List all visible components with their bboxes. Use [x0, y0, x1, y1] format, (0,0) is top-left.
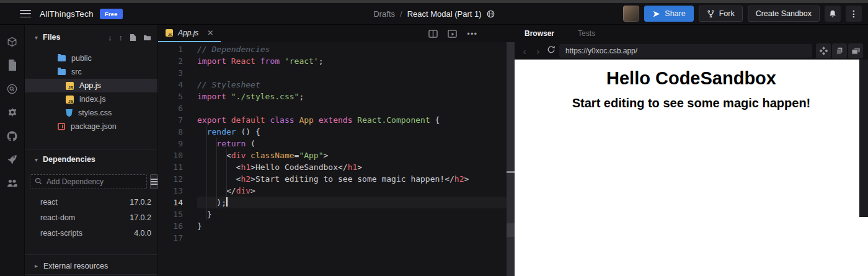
code-editor: App.js ✕ ••• 1234567891011121314151617 /…	[158, 25, 515, 276]
rail-search[interactable]	[0, 77, 24, 100]
dependency-list: react 17.0.2 react-dom 17.0.2 react-scri…	[25, 194, 157, 241]
rail-project-info[interactable]	[0, 30, 24, 53]
folder-icon	[58, 55, 66, 61]
js-file-icon	[66, 96, 74, 104]
editor-more-icon[interactable]: •••	[467, 29, 477, 38]
breadcrumb-parent[interactable]: Drafts	[373, 9, 395, 19]
refresh-button[interactable]	[547, 45, 556, 56]
external-resources-header[interactable]: ▸ External resources	[25, 257, 157, 275]
rail-settings[interactable]	[0, 100, 24, 124]
css-file-icon	[66, 109, 73, 117]
menu-icon[interactable]	[20, 10, 31, 17]
dependency-name: react	[40, 198, 58, 207]
workspace-name[interactable]: AllThingsTech	[40, 9, 94, 19]
js-file-icon	[66, 82, 74, 90]
tree-item-src[interactable]: src	[25, 65, 157, 79]
search-icon	[6, 83, 18, 95]
file-icon	[7, 60, 17, 71]
dependency-version: 4.0.0	[134, 229, 151, 238]
public-globe-icon	[487, 10, 495, 18]
files-section-header[interactable]: ▾ Files ↓ ↑	[25, 30, 157, 45]
open-preview-icon[interactable]	[448, 30, 457, 38]
indent-guide	[206, 126, 207, 220]
add-dependency-row	[30, 174, 153, 189]
upload-icon[interactable]: ↑	[119, 33, 123, 42]
copy-url-button[interactable]	[832, 43, 847, 58]
users-icon	[6, 177, 18, 189]
editor-scrollbar[interactable]	[507, 42, 515, 276]
tree-item-public[interactable]: public	[25, 51, 157, 65]
tab-browser[interactable]: Browser	[525, 29, 554, 38]
rocket-icon	[7, 154, 18, 165]
js-file-icon	[166, 29, 173, 37]
dependency-row[interactable]: react-scripts 4.0.0	[25, 225, 157, 241]
copy-icon	[835, 47, 844, 55]
back-icon[interactable]: ‹	[520, 47, 529, 56]
diamonds-icon	[819, 47, 828, 55]
dependency-name: react-dom	[40, 213, 75, 222]
tree-item-indexjs[interactable]: index.js	[25, 92, 157, 106]
github-icon	[6, 130, 18, 142]
preview-tabs: Browser Tests	[515, 25, 868, 42]
rail-deployment[interactable]	[0, 148, 24, 171]
rail-live[interactable]	[0, 171, 24, 195]
download-icon[interactable]: ↓	[108, 33, 112, 42]
editor-tabbar: App.js ✕ •••	[158, 25, 515, 42]
bell-icon	[828, 9, 837, 18]
tab-appjs[interactable]: App.js ✕	[158, 25, 221, 42]
tree-item-stylescss[interactable]: styles.css	[25, 106, 157, 120]
responsive-mode-button[interactable]	[816, 43, 831, 58]
open-new-window-button[interactable]	[848, 43, 863, 58]
rail-explorer[interactable]	[0, 53, 24, 77]
preview-scrollbar[interactable]	[859, 60, 868, 217]
file-name: styles.css	[78, 109, 112, 117]
sandbox-title[interactable]: React Modal (Part 1)	[407, 9, 482, 19]
header-actions: Share Fork Create Sandbox	[623, 6, 862, 22]
top-header: AllThingsTech Free Drafts / React Modal …	[0, 3, 868, 25]
user-avatar[interactable]	[623, 6, 639, 22]
tab-label: App.js	[178, 29, 198, 37]
new-file-icon[interactable]	[130, 33, 136, 42]
scrollbar-decoration	[507, 223, 515, 237]
gear-icon	[7, 107, 18, 118]
search-icon	[35, 177, 42, 185]
new-folder-icon[interactable]	[143, 34, 151, 41]
file-name: public	[71, 54, 92, 63]
share-arrow-icon	[652, 10, 660, 18]
cube-icon	[6, 36, 18, 48]
add-dependency-input[interactable]	[30, 174, 147, 189]
files-header-label: Files	[43, 33, 61, 42]
notifications-button[interactable]	[825, 6, 841, 22]
editor-tab-tools: •••	[428, 29, 515, 38]
code-area[interactable]: 1234567891011121314151617 // Dependencie…	[158, 42, 515, 276]
dependency-row[interactable]: react 17.0.2	[25, 194, 157, 210]
tree-item-packagejson[interactable]: package.json	[25, 120, 157, 133]
dependency-row[interactable]: react-dom 17.0.2	[25, 210, 157, 225]
split-editor-icon[interactable]	[428, 30, 438, 38]
preview-subheading: Start editing to see some magic happen!	[515, 96, 868, 110]
file-explorer: ▾ Files ↓ ↑ public src App.js	[25, 25, 158, 276]
preview-heading: Hello CodeSandbox	[515, 68, 868, 89]
url-input[interactable]	[559, 44, 812, 58]
tab-tests[interactable]: Tests	[578, 29, 595, 38]
tree-item-appjs[interactable]: App.js	[25, 79, 157, 92]
indent-guide	[216, 138, 217, 208]
close-tab-icon[interactable]: ✕	[207, 29, 213, 37]
section-divider	[25, 149, 157, 149]
rail-github[interactable]	[0, 124, 24, 148]
browser-preview[interactable]: Hello CodeSandbox Start editing to see s…	[515, 60, 868, 276]
fork-button[interactable]: Fork	[699, 6, 743, 22]
indent-guide	[226, 149, 227, 197]
more-options-button[interactable]: ⋮	[846, 6, 862, 22]
chevron-down-icon: ▾	[35, 156, 38, 163]
file-name: package.json	[71, 122, 117, 131]
forward-icon[interactable]: ›	[533, 47, 543, 56]
file-name: src	[71, 68, 82, 76]
file-name: index.js	[79, 95, 105, 104]
dependency-version: 17.0.2	[130, 213, 151, 222]
share-button[interactable]: Share	[644, 6, 693, 22]
dependency-list-button[interactable]	[150, 174, 158, 189]
new-window-icon	[851, 47, 861, 55]
create-sandbox-button[interactable]: Create Sandbox	[748, 6, 820, 22]
dependencies-section-header[interactable]: ▾ Dependencies	[25, 152, 157, 167]
